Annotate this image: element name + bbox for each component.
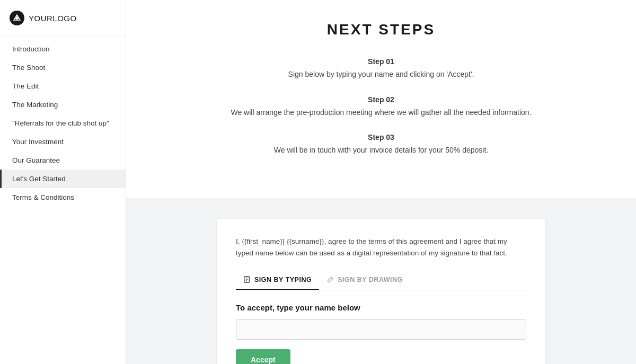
step-label: Step 02 [158, 95, 604, 104]
sign-tab-drawing[interactable]: SIGN BY DRAWING [319, 271, 410, 290]
logo-icon [10, 11, 24, 25]
sidebar-item-the-edit[interactable]: The Edit [0, 77, 126, 95]
main-content: NEXT STEPS Step 01 Sign below by typing … [126, 0, 636, 364]
sign-tab-label: SIGN BY TYPING [254, 276, 312, 283]
name-input[interactable] [236, 319, 526, 340]
svg-line-6 [331, 278, 332, 280]
step-block: Step 02 We will arrange the pre-producti… [158, 95, 604, 119]
sidebar-nav: IntroductionThe ShootThe EditThe Marketi… [0, 35, 126, 364]
sidebar-item-your-investment[interactable]: Your Investment [0, 132, 126, 151]
svg-point-1 [15, 16, 19, 20]
step-block: Step 01 Sign below by typing your name a… [158, 57, 604, 81]
sidebar-item-the-marketing[interactable]: The Marketing [0, 95, 126, 114]
signature-card: I, {{first_name}} {{surname}}, agree to … [217, 219, 545, 364]
book-icon [243, 276, 251, 283]
sidebar-item-terms-conditions[interactable]: Terms & Conditions [0, 188, 126, 207]
agreement-text: I, {{first_name}} {{surname}}, agree to … [236, 236, 526, 259]
step-description: Sign below by typing your name and click… [158, 69, 604, 81]
sidebar-item-the-shoot[interactable]: The Shoot [0, 58, 126, 77]
sidebar: YOURLOGO IntroductionThe ShootThe EditTh… [0, 0, 126, 364]
page-title: NEXT STEPS [158, 21, 604, 38]
step-description: We will be in touch with your invoice de… [158, 145, 604, 156]
sidebar-item-lets-get-started[interactable]: Let's Get Started [0, 170, 126, 188]
logo-text: YOURLOGO [29, 14, 77, 23]
steps-container: Step 01 Sign below by typing your name a… [158, 57, 604, 156]
sidebar-item-our-guarantee[interactable]: Our Guarantee [0, 151, 126, 170]
signature-section: I, {{first_name}} {{surname}}, agree to … [126, 198, 636, 364]
logo-area: YOURLOGO [0, 0, 126, 35]
sign-tab-typing[interactable]: SIGN BY TYPING [236, 271, 319, 290]
steps-section: NEXT STEPS Step 01 Sign below by typing … [126, 0, 636, 198]
sidebar-item-introduction[interactable]: Introduction [0, 40, 126, 58]
sidebar-item-referrals[interactable]: "Referrals for the club shot up" [0, 114, 126, 132]
accept-label: To accept, type your name below [236, 303, 526, 312]
pen-icon [326, 276, 334, 283]
step-label: Step 01 [158, 57, 604, 66]
accept-button[interactable]: Accept [236, 349, 290, 364]
sign-tabs: SIGN BY TYPING SIGN BY DRAWING [236, 271, 526, 290]
step-description: We will arrange the pre-production meeti… [158, 107, 604, 119]
step-label: Step 03 [158, 133, 604, 141]
sign-tab-label: SIGN BY DRAWING [338, 276, 403, 283]
step-block: Step 03 We will be in touch with your in… [158, 133, 604, 156]
